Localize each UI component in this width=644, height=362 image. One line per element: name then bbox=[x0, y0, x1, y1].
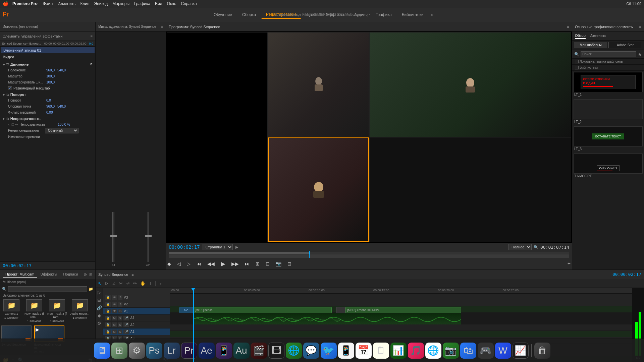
transport-add-marker[interactable]: ◆ bbox=[166, 260, 172, 267]
transport-in-point[interactable]: ◁ bbox=[176, 260, 182, 267]
bin-track2[interactable]: 📁 New Track 2 (from... 1 элемент bbox=[24, 299, 44, 323]
template-search-input[interactable] bbox=[581, 51, 636, 57]
mute-a1[interactable]: M bbox=[112, 316, 117, 320]
fx-header-menu-icon[interactable]: ≡ bbox=[91, 34, 93, 38]
nested-episode-item[interactable]: Вложенный эпизод 01 bbox=[1, 47, 95, 53]
dock-photoshop[interactable]: Ps bbox=[146, 343, 162, 359]
menu-episode[interactable]: Эпизод bbox=[94, 1, 108, 6]
transport-out-point[interactable]: ▷ bbox=[185, 260, 192, 267]
apple-icon[interactable]: 🍎 bbox=[3, 1, 8, 6]
dock-aftereffects[interactable]: Ae bbox=[199, 343, 215, 359]
transport-prev-edit[interactable]: ⏮ bbox=[195, 260, 203, 267]
v1-clip-2[interactable]: [MC 3] iPhone XR.MOV bbox=[345, 307, 461, 313]
tool-selection[interactable]: ↖ bbox=[97, 280, 103, 287]
bin-audio[interactable]: 📁 Audio Recor... 1 элемент bbox=[70, 299, 90, 323]
right-panel-menu-icon[interactable]: ≡ bbox=[639, 25, 641, 29]
transport-play[interactable]: ▶ bbox=[219, 259, 227, 268]
transport-next-edit[interactable]: ⏭ bbox=[244, 260, 251, 267]
solo-a1[interactable]: S bbox=[118, 316, 122, 320]
template-thumb-lt2[interactable] bbox=[574, 99, 643, 119]
dock-davinci[interactable]: 🎞 bbox=[268, 343, 284, 359]
monitor-playbar[interactable] bbox=[169, 254, 569, 258]
transport-insert[interactable]: ⊞ bbox=[254, 260, 261, 267]
local-folder-checkbox[interactable]: Локальная папка шаблонов bbox=[575, 60, 623, 63]
dock-istatmenus[interactable]: 📈 bbox=[513, 343, 529, 359]
fx-opacity-header[interactable]: ▶ fx Непрозрачность bbox=[0, 116, 95, 121]
timeline-ruler[interactable]: 00:00 00:00:05:00 00:00:10:00 00:00:15:0… bbox=[170, 288, 632, 294]
dock-twitter[interactable]: 🐦 bbox=[321, 343, 337, 359]
solo-v3[interactable]: S bbox=[118, 295, 122, 300]
solo-a1-sel[interactable]: S bbox=[118, 329, 122, 334]
project-tab-effects[interactable]: Эффекты bbox=[38, 272, 60, 278]
tab-assembly[interactable]: Сборка bbox=[237, 11, 261, 18]
dock-appstore[interactable]: 🛍 bbox=[460, 343, 476, 359]
menu-view[interactable]: Вид bbox=[155, 1, 162, 6]
tool-razor[interactable]: ✂ bbox=[118, 280, 124, 287]
dock-chrome[interactable]: 🌐 bbox=[425, 343, 441, 359]
dock-word[interactable]: W bbox=[495, 343, 511, 359]
dock-excel[interactable]: 📊 bbox=[390, 343, 407, 359]
mute-a2[interactable]: M bbox=[112, 322, 117, 327]
dock-mediabrowser[interactable]: 📱 bbox=[216, 343, 232, 359]
blend-mode-select[interactable]: Обычный bbox=[45, 128, 78, 133]
menu-graphics[interactable]: Графика bbox=[134, 1, 150, 6]
lock-a2[interactable]: 🔒 bbox=[105, 322, 111, 327]
mic-a2[interactable]: 🎤 bbox=[123, 322, 129, 327]
dock-launchpad[interactable]: ⊞ bbox=[111, 343, 127, 359]
vtool-link[interactable]: 🔗 bbox=[96, 305, 103, 311]
right-tab-edit[interactable]: Изменить bbox=[590, 33, 606, 39]
tool-hand[interactable]: ✋ bbox=[139, 280, 147, 287]
tool-add-marker[interactable]: ⬦ bbox=[158, 280, 163, 287]
transport-export[interactable]: 📷 bbox=[274, 260, 283, 267]
project-search-input[interactable] bbox=[8, 286, 87, 292]
project-tab-captions[interactable]: Подписи bbox=[60, 272, 80, 278]
mute-a1-sel[interactable]: M bbox=[112, 329, 117, 334]
tab-learning[interactable]: Обучение bbox=[209, 11, 237, 18]
project-minimize-icon[interactable]: ⊖ bbox=[84, 272, 87, 277]
fader-knob-2[interactable] bbox=[145, 235, 152, 237]
dock-trash[interactable]: 🗑 bbox=[534, 343, 550, 359]
transport-settings[interactable]: ⊡ bbox=[286, 260, 293, 267]
dock-premiere[interactable]: Pr bbox=[181, 343, 197, 359]
libraries-checkbox[interactable]: Библиотеки bbox=[575, 66, 598, 69]
transport-step-fwd[interactable]: ▶▶ bbox=[230, 260, 240, 267]
monitor-page-select[interactable]: Страница 1 bbox=[203, 244, 233, 250]
monitor-progress-bar[interactable] bbox=[169, 252, 569, 254]
template-thumb-lt3[interactable]: ВСТАВЬТЕ ТЕКСТ bbox=[574, 126, 643, 146]
template-thumb-lt1[interactable]: СВЯЖИ СТРОЧКИВ ОДИН bbox=[574, 72, 643, 92]
fx-motion-reset[interactable]: ↺ bbox=[90, 62, 93, 66]
monitor-page-arrow[interactable]: ▶ bbox=[235, 245, 238, 249]
menu-file[interactable]: Файл bbox=[43, 1, 53, 6]
mic-a1[interactable]: 🎤 bbox=[123, 316, 129, 320]
dock-notes[interactable]: 🗒 bbox=[373, 343, 389, 359]
vtool-snap[interactable]: ⊞ bbox=[97, 297, 102, 303]
dock-calendar[interactable]: 📅 bbox=[356, 343, 372, 359]
project-expand-icon[interactable]: ⊞ bbox=[89, 272, 93, 277]
menu-edit[interactable]: Изменить bbox=[57, 1, 75, 6]
opacity-value[interactable]: 100,0 % bbox=[58, 123, 70, 126]
solo-v2[interactable]: S bbox=[118, 302, 122, 307]
right-tab-browse[interactable]: Обзор bbox=[575, 33, 586, 39]
mic-a1-sel[interactable]: 🎤 bbox=[123, 329, 129, 334]
fx-rotation-header[interactable]: ▶ fx Поворот bbox=[0, 92, 95, 97]
fx-motion-header[interactable]: ▶ fx Движение ↺ bbox=[0, 61, 95, 67]
visibility-v2[interactable]: 👁 bbox=[112, 302, 117, 307]
transport-step-back[interactable]: ◀◀ bbox=[206, 260, 216, 267]
transport-add-btn[interactable]: + bbox=[566, 260, 572, 267]
vtool-settings[interactable]: ⚙ bbox=[97, 320, 102, 326]
tool-track-select[interactable]: ⊳ bbox=[104, 280, 110, 287]
solo-a2[interactable]: S bbox=[118, 322, 122, 327]
uniform-scale-checkbox[interactable] bbox=[8, 86, 12, 90]
vtool-marker[interactable]: ◆ bbox=[97, 312, 102, 319]
dock-lightroom[interactable]: Lr bbox=[164, 343, 180, 359]
lock-a1[interactable]: 🔒 bbox=[105, 316, 111, 320]
bin-camera1[interactable]: 📁 Camera 1 1 элемент bbox=[1, 299, 21, 323]
lock-v2[interactable]: 🔒 bbox=[105, 302, 111, 307]
tab-graphics[interactable]: Графика bbox=[371, 11, 396, 18]
dock-steam[interactable]: 🎮 bbox=[478, 343, 494, 359]
dock-systemprefs[interactable]: ⚙ bbox=[129, 343, 145, 359]
lock-a1-sel[interactable]: 🔒 bbox=[105, 329, 111, 334]
dock-finalcut[interactable]: 🎬 bbox=[251, 343, 267, 359]
template-thumb-t1[interactable]: Color Control bbox=[574, 154, 643, 174]
solo-v1[interactable]: S bbox=[118, 309, 122, 313]
